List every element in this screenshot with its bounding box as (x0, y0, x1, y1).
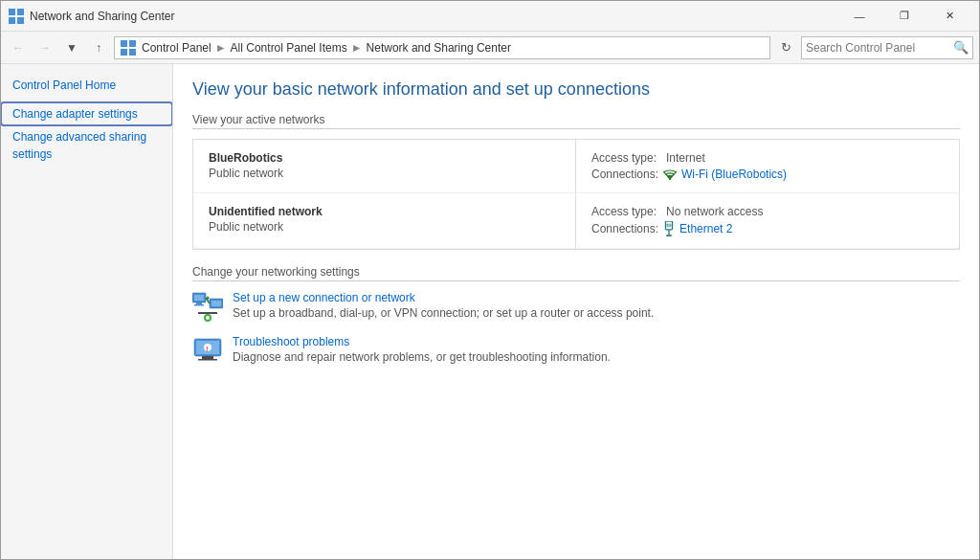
unidentified-name: Unidentified network (209, 205, 560, 218)
close-button[interactable]: ✕ (927, 1, 971, 32)
networking-settings: Change your networking settings (192, 265, 960, 366)
window-controls: — ❐ ✕ (837, 1, 971, 32)
bluerobotics-access-type: Access type: Internet (591, 151, 944, 165)
sidebar-control-panel-home[interactable]: Control Panel Home (1, 74, 172, 97)
svg-rect-4 (121, 40, 127, 47)
network-item-unidentified-info: Unidentified network Public network (193, 193, 576, 249)
path-part-1: Control Panel (142, 41, 212, 55)
wifi-icon (662, 168, 678, 181)
network-item-bluerobotics-access: Access type: Internet Connections: (576, 140, 959, 193)
troubleshoot-link[interactable]: Troubleshoot problems (233, 335, 611, 348)
address-bar: ← → ▼ ↑ Control Panel ► All Control Pane… (1, 32, 979, 64)
troubleshoot-content: Troubleshoot problems Diagnose and repai… (233, 335, 611, 364)
address-path[interactable]: Control Panel ► All Control Panel Items … (114, 36, 770, 59)
svg-rect-6 (121, 49, 127, 56)
window-title: Network and Sharing Center (30, 10, 837, 23)
minimize-button[interactable]: — (837, 1, 881, 32)
maximize-button[interactable]: ❐ (882, 1, 926, 32)
svg-rect-17 (196, 302, 202, 304)
path-part-3: Network and Sharing Center (367, 41, 511, 55)
unidentified-type: Public network (209, 220, 560, 234)
network-item-bluerobotics-info: BlueRobotics Public network (193, 140, 576, 193)
path-part-2: All Control Panel Items (231, 41, 347, 55)
path-icon (121, 40, 136, 56)
svg-rect-1 (17, 9, 24, 15)
networks-container: BlueRobotics Public network Access type:… (192, 139, 960, 250)
active-networks-header: View your active networks (192, 113, 960, 129)
new-connection-content: Set up a new connection or network Set u… (233, 291, 654, 320)
dropdown-button[interactable]: ▼ (60, 36, 83, 59)
wifi-connection-link[interactable]: Wi-Fi (BlueRobotics) (681, 168, 787, 181)
network-item-unidentified-access: Access type: No network access Connectio… (576, 193, 959, 249)
svg-rect-0 (9, 9, 15, 15)
setting-item-troubleshoot: ! Troubleshoot problems Diagnose and rep… (192, 335, 960, 366)
app-icon (9, 9, 24, 24)
search-icon[interactable]: 🔍 (953, 40, 969, 55)
forward-button[interactable]: → (33, 36, 56, 59)
svg-rect-28 (202, 356, 213, 359)
svg-rect-2 (9, 17, 15, 24)
new-connection-link[interactable]: Set up a new connection or network (233, 291, 654, 304)
unidentified-connections: Connections: Ethernet 2 (591, 221, 944, 236)
troubleshoot-desc: Diagnose and repair network problems, or… (233, 350, 611, 364)
sidebar: Control Panel Home Change adapter settin… (1, 64, 173, 559)
svg-text:!: ! (206, 345, 209, 353)
main-window: Network and Sharing Center — ❐ ✕ ← → ▼ ↑… (0, 0, 980, 560)
networking-settings-header: Change your networking settings (192, 265, 960, 281)
bluerobotics-name: BlueRobotics (209, 151, 560, 165)
sidebar-item-change-adapter[interactable]: Change adapter settings (1, 102, 172, 125)
refresh-button[interactable]: ↻ (774, 36, 797, 59)
content-area: View your basic network information and … (173, 64, 979, 559)
up-button[interactable]: ↑ (87, 36, 110, 59)
ethernet-connection-link[interactable]: Ethernet 2 (679, 222, 732, 235)
svg-rect-11 (666, 235, 671, 236)
svg-rect-7 (129, 49, 136, 56)
svg-point-24 (205, 315, 211, 321)
svg-rect-3 (17, 17, 24, 24)
svg-rect-5 (129, 40, 136, 47)
title-bar: Network and Sharing Center — ❐ ✕ (1, 1, 979, 32)
troubleshoot-icon: ! (192, 335, 223, 366)
bluerobotics-type: Public network (209, 167, 560, 180)
svg-rect-18 (194, 304, 204, 306)
main-content: Control Panel Home Change adapter settin… (1, 64, 979, 559)
svg-point-8 (669, 178, 671, 180)
bluerobotics-connections: Connections: Wi-Fi (BlueRobotics) (591, 168, 944, 181)
new-connection-desc: Set up a broadband, dial-up, or VPN conn… (233, 306, 654, 320)
page-title: View your basic network information and … (192, 79, 960, 100)
network-setup-icon (192, 291, 223, 322)
svg-rect-16 (194, 295, 204, 301)
unidentified-access-type: Access type: No network access (591, 205, 944, 218)
back-button[interactable]: ← (7, 36, 30, 59)
svg-rect-23 (198, 312, 217, 314)
search-input[interactable] (806, 41, 953, 55)
sidebar-item-change-advanced[interactable]: Change advanced sharingsettings (1, 125, 172, 166)
svg-rect-20 (212, 301, 221, 306)
setting-item-new-connection: Set up a new connection or network Set u… (192, 291, 960, 322)
svg-rect-29 (198, 359, 217, 361)
search-box[interactable]: 🔍 (801, 36, 973, 59)
ethernet-icon (662, 221, 676, 236)
